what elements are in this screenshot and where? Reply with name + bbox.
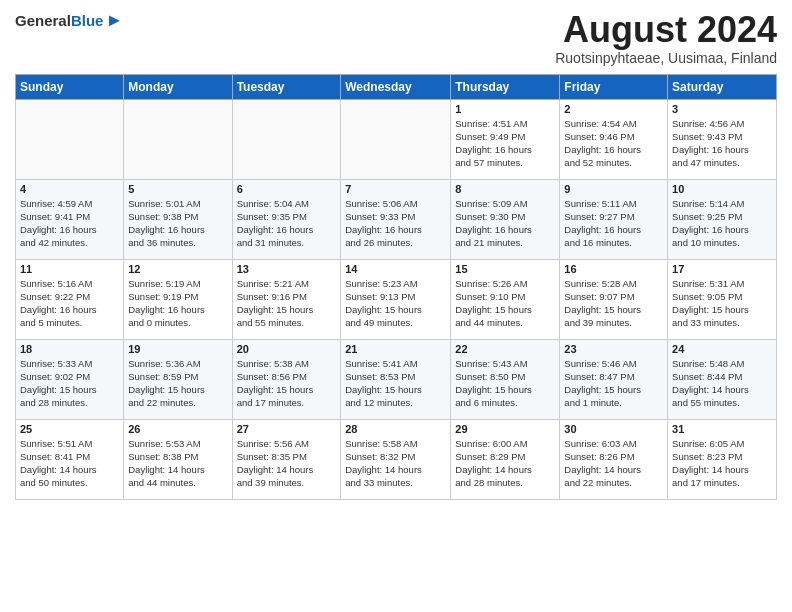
- day-number: 18: [20, 343, 119, 355]
- logo-general-text: General: [15, 12, 71, 29]
- day-number: 16: [564, 263, 663, 275]
- day-info: Sunrise: 5:31 AM Sunset: 9:05 PM Dayligh…: [672, 277, 772, 330]
- day-number: 9: [564, 183, 663, 195]
- calendar-cell: 3Sunrise: 4:56 AM Sunset: 9:43 PM Daylig…: [668, 99, 777, 179]
- calendar-cell: 6Sunrise: 5:04 AM Sunset: 9:35 PM Daylig…: [232, 179, 341, 259]
- day-info: Sunrise: 5:56 AM Sunset: 8:35 PM Dayligh…: [237, 437, 337, 490]
- weekday-header-row: SundayMondayTuesdayWednesdayThursdayFrid…: [16, 74, 777, 99]
- week-row-1: 4Sunrise: 4:59 AM Sunset: 9:41 PM Daylig…: [16, 179, 777, 259]
- day-info: Sunrise: 5:46 AM Sunset: 8:47 PM Dayligh…: [564, 357, 663, 410]
- day-info: Sunrise: 5:16 AM Sunset: 9:22 PM Dayligh…: [20, 277, 119, 330]
- day-info: Sunrise: 5:01 AM Sunset: 9:38 PM Dayligh…: [128, 197, 227, 250]
- logo: General Blue ►: [15, 10, 123, 31]
- day-number: 26: [128, 423, 227, 435]
- day-number: 1: [455, 103, 555, 115]
- calendar-cell: 19Sunrise: 5:36 AM Sunset: 8:59 PM Dayli…: [124, 339, 232, 419]
- calendar-cell: 23Sunrise: 5:46 AM Sunset: 8:47 PM Dayli…: [560, 339, 668, 419]
- day-info: Sunrise: 5:48 AM Sunset: 8:44 PM Dayligh…: [672, 357, 772, 410]
- calendar-cell: 11Sunrise: 5:16 AM Sunset: 9:22 PM Dayli…: [16, 259, 124, 339]
- page-container: General Blue ► August 2024 Ruotsinpyhtae…: [0, 0, 792, 510]
- calendar-cell: 26Sunrise: 5:53 AM Sunset: 8:38 PM Dayli…: [124, 419, 232, 499]
- day-number: 6: [237, 183, 337, 195]
- logo-arrow-icon: ►: [105, 10, 123, 31]
- header: General Blue ► August 2024 Ruotsinpyhtae…: [15, 10, 777, 66]
- day-info: Sunrise: 5:41 AM Sunset: 8:53 PM Dayligh…: [345, 357, 446, 410]
- day-info: Sunrise: 6:05 AM Sunset: 8:23 PM Dayligh…: [672, 437, 772, 490]
- calendar-cell: 20Sunrise: 5:38 AM Sunset: 8:56 PM Dayli…: [232, 339, 341, 419]
- day-number: 30: [564, 423, 663, 435]
- calendar-cell: 17Sunrise: 5:31 AM Sunset: 9:05 PM Dayli…: [668, 259, 777, 339]
- day-info: Sunrise: 5:33 AM Sunset: 9:02 PM Dayligh…: [20, 357, 119, 410]
- calendar-cell: 13Sunrise: 5:21 AM Sunset: 9:16 PM Dayli…: [232, 259, 341, 339]
- weekday-header-sunday: Sunday: [16, 74, 124, 99]
- day-info: Sunrise: 4:54 AM Sunset: 9:46 PM Dayligh…: [564, 117, 663, 170]
- calendar-cell: [232, 99, 341, 179]
- calendar-cell: 29Sunrise: 6:00 AM Sunset: 8:29 PM Dayli…: [451, 419, 560, 499]
- weekday-header-tuesday: Tuesday: [232, 74, 341, 99]
- day-info: Sunrise: 5:38 AM Sunset: 8:56 PM Dayligh…: [237, 357, 337, 410]
- calendar-cell: 12Sunrise: 5:19 AM Sunset: 9:19 PM Dayli…: [124, 259, 232, 339]
- weekday-header-thursday: Thursday: [451, 74, 560, 99]
- calendar-cell: 14Sunrise: 5:23 AM Sunset: 9:13 PM Dayli…: [341, 259, 451, 339]
- day-number: 10: [672, 183, 772, 195]
- day-number: 2: [564, 103, 663, 115]
- day-number: 22: [455, 343, 555, 355]
- day-number: 25: [20, 423, 119, 435]
- day-number: 14: [345, 263, 446, 275]
- day-number: 3: [672, 103, 772, 115]
- calendar-cell: 15Sunrise: 5:26 AM Sunset: 9:10 PM Dayli…: [451, 259, 560, 339]
- day-number: 8: [455, 183, 555, 195]
- day-number: 27: [237, 423, 337, 435]
- day-info: Sunrise: 5:23 AM Sunset: 9:13 PM Dayligh…: [345, 277, 446, 330]
- day-number: 28: [345, 423, 446, 435]
- day-number: 13: [237, 263, 337, 275]
- day-number: 24: [672, 343, 772, 355]
- day-info: Sunrise: 5:58 AM Sunset: 8:32 PM Dayligh…: [345, 437, 446, 490]
- day-number: 19: [128, 343, 227, 355]
- day-info: Sunrise: 5:51 AM Sunset: 8:41 PM Dayligh…: [20, 437, 119, 490]
- logo-blue-text: Blue: [71, 12, 104, 29]
- calendar-cell: 5Sunrise: 5:01 AM Sunset: 9:38 PM Daylig…: [124, 179, 232, 259]
- day-number: 4: [20, 183, 119, 195]
- calendar-cell: 4Sunrise: 4:59 AM Sunset: 9:41 PM Daylig…: [16, 179, 124, 259]
- day-number: 21: [345, 343, 446, 355]
- week-row-3: 18Sunrise: 5:33 AM Sunset: 9:02 PM Dayli…: [16, 339, 777, 419]
- calendar-cell: [341, 99, 451, 179]
- day-info: Sunrise: 5:11 AM Sunset: 9:27 PM Dayligh…: [564, 197, 663, 250]
- weekday-header-wednesday: Wednesday: [341, 74, 451, 99]
- calendar-cell: 9Sunrise: 5:11 AM Sunset: 9:27 PM Daylig…: [560, 179, 668, 259]
- calendar-cell: 7Sunrise: 5:06 AM Sunset: 9:33 PM Daylig…: [341, 179, 451, 259]
- calendar-header: SundayMondayTuesdayWednesdayThursdayFrid…: [16, 74, 777, 99]
- calendar-cell: [124, 99, 232, 179]
- day-number: 17: [672, 263, 772, 275]
- day-info: Sunrise: 5:04 AM Sunset: 9:35 PM Dayligh…: [237, 197, 337, 250]
- day-number: 11: [20, 263, 119, 275]
- day-info: Sunrise: 5:26 AM Sunset: 9:10 PM Dayligh…: [455, 277, 555, 330]
- day-info: Sunrise: 4:59 AM Sunset: 9:41 PM Dayligh…: [20, 197, 119, 250]
- calendar-body: 1Sunrise: 4:51 AM Sunset: 9:49 PM Daylig…: [16, 99, 777, 499]
- weekday-header-monday: Monday: [124, 74, 232, 99]
- day-number: 15: [455, 263, 555, 275]
- day-info: Sunrise: 5:14 AM Sunset: 9:25 PM Dayligh…: [672, 197, 772, 250]
- day-info: Sunrise: 5:53 AM Sunset: 8:38 PM Dayligh…: [128, 437, 227, 490]
- day-info: Sunrise: 6:00 AM Sunset: 8:29 PM Dayligh…: [455, 437, 555, 490]
- calendar-table: SundayMondayTuesdayWednesdayThursdayFrid…: [15, 74, 777, 500]
- calendar-cell: 1Sunrise: 4:51 AM Sunset: 9:49 PM Daylig…: [451, 99, 560, 179]
- day-number: 23: [564, 343, 663, 355]
- calendar-cell: 2Sunrise: 4:54 AM Sunset: 9:46 PM Daylig…: [560, 99, 668, 179]
- calendar-cell: 18Sunrise: 5:33 AM Sunset: 9:02 PM Dayli…: [16, 339, 124, 419]
- day-info: Sunrise: 5:21 AM Sunset: 9:16 PM Dayligh…: [237, 277, 337, 330]
- weekday-header-saturday: Saturday: [668, 74, 777, 99]
- day-number: 31: [672, 423, 772, 435]
- day-info: Sunrise: 5:09 AM Sunset: 9:30 PM Dayligh…: [455, 197, 555, 250]
- day-info: Sunrise: 5:43 AM Sunset: 8:50 PM Dayligh…: [455, 357, 555, 410]
- day-number: 12: [128, 263, 227, 275]
- day-info: Sunrise: 6:03 AM Sunset: 8:26 PM Dayligh…: [564, 437, 663, 490]
- calendar-cell: 30Sunrise: 6:03 AM Sunset: 8:26 PM Dayli…: [560, 419, 668, 499]
- calendar-cell: 27Sunrise: 5:56 AM Sunset: 8:35 PM Dayli…: [232, 419, 341, 499]
- calendar-cell: 28Sunrise: 5:58 AM Sunset: 8:32 PM Dayli…: [341, 419, 451, 499]
- calendar-cell: [16, 99, 124, 179]
- title-section: August 2024 Ruotsinpyhtaeae, Uusimaa, Fi…: [555, 10, 777, 66]
- day-number: 7: [345, 183, 446, 195]
- calendar-cell: 16Sunrise: 5:28 AM Sunset: 9:07 PM Dayli…: [560, 259, 668, 339]
